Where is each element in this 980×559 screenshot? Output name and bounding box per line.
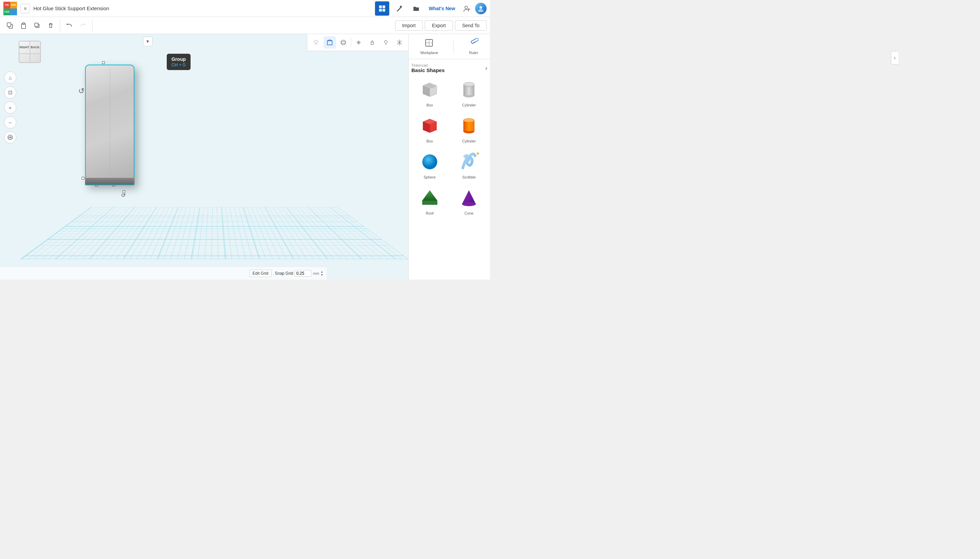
undo-button[interactable] <box>63 19 76 32</box>
handle-bottom-left[interactable] <box>82 177 85 180</box>
tooltip-shortcut: Ctrl + G <box>171 63 186 67</box>
toolbar-right: Import Export Send To <box>395 20 487 31</box>
orbit-button[interactable] <box>337 36 350 49</box>
import-button[interactable]: Import <box>395 20 423 31</box>
grid-surface <box>20 207 408 259</box>
delete-button[interactable] <box>44 19 57 32</box>
logo-bl: CAD <box>3 8 10 15</box>
shape-item-scribble[interactable]: ★ Scribble <box>451 148 488 181</box>
shape-item-sphere-blue[interactable]: Sphere <box>411 148 448 181</box>
zoom-in-button[interactable]: + <box>4 101 17 114</box>
history-group <box>63 19 93 32</box>
shape-mode-button[interactable] <box>323 36 336 49</box>
model-base <box>85 178 134 185</box>
snap-unit-label: mm <box>313 271 319 275</box>
logo-br <box>10 8 17 15</box>
workplane-icon <box>425 38 434 50</box>
shape-icon-cone-purple <box>457 186 481 210</box>
main-content: RIGHT BACK ⌂ ⊡ + − ↺ ↑▲ <box>0 34 490 280</box>
cube-label-bl <box>19 54 30 63</box>
shape-item-cylinder-gray[interactable]: Cylinder <box>451 76 488 109</box>
show-light-button[interactable] <box>380 36 392 49</box>
ruler-button[interactable]: Ruler <box>466 37 481 56</box>
add-user-button[interactable] <box>461 3 472 14</box>
shape-icon-sphere-blue <box>418 150 442 174</box>
svg-rect-8 <box>7 23 11 26</box>
shape-label-cone-purple: Cone <box>464 211 473 215</box>
tooltip-title: Group <box>171 56 186 62</box>
tinkercad-logo[interactable]: TIN KER CAD <box>3 2 17 15</box>
shape-item-cone-purple[interactable]: Cone <box>451 184 488 217</box>
svg-point-6 <box>479 6 482 9</box>
folder-button[interactable] <box>409 2 423 16</box>
duplicate-button[interactable] <box>31 19 43 32</box>
svg-point-4 <box>400 6 402 8</box>
svg-rect-21 <box>471 38 478 44</box>
library-expand-button[interactable]: › <box>485 64 487 72</box>
library-header: Tinkercad Basic Shapes › <box>411 62 487 76</box>
bottom-bar: Edit Grid Snap Grid mm ▲ ▼ <box>0 267 327 280</box>
cube-face: RIGHT BACK <box>19 41 41 63</box>
paste-button[interactable] <box>17 19 30 32</box>
star-badge: ★ <box>476 150 480 156</box>
handle-top-center[interactable] <box>102 61 105 64</box>
snap-value-stepper[interactable]: ▲ ▼ <box>320 271 323 276</box>
shape-tools-group <box>3 19 60 32</box>
workplane-label: Workplane <box>420 51 438 55</box>
user-avatar[interactable] <box>475 3 487 14</box>
send-to-button[interactable]: Send To <box>455 20 487 31</box>
shape-item-cylinder-orange[interactable]: Cylinder <box>451 112 488 145</box>
workplane-button[interactable]: Workplane <box>418 37 441 56</box>
tinker-button[interactable] <box>392 2 406 16</box>
view-cube[interactable]: RIGHT BACK <box>19 41 43 64</box>
svg-point-5 <box>465 6 468 9</box>
edit-grid-button[interactable]: Edit Grid <box>249 270 272 277</box>
light-button[interactable] <box>310 36 322 49</box>
mirror-button[interactable] <box>393 36 406 49</box>
redo-button[interactable] <box>76 19 90 32</box>
shape-label-scribble: Scribble <box>462 175 476 179</box>
panel-divider <box>453 40 454 53</box>
home-view-button[interactable]: ⌂ <box>4 71 17 84</box>
viewport-dropdown[interactable]: ▼ <box>143 37 153 46</box>
3d-view-button[interactable] <box>375 2 389 16</box>
cube-label-back: BACK <box>30 41 41 54</box>
shape-item-roof-green[interactable]: Roof <box>411 184 448 217</box>
cube-label-br <box>30 54 41 63</box>
3d-model: ↺ <box>78 61 146 204</box>
svg-point-28 <box>422 154 437 169</box>
nav-list-icon[interactable]: ≡ <box>20 4 30 13</box>
logo-tr: KER <box>10 2 17 8</box>
whats-new-button[interactable]: What's New <box>426 5 458 13</box>
tinker-icon <box>395 5 403 12</box>
fit-view-button[interactable]: ⊡ <box>4 86 17 99</box>
svg-rect-18 <box>371 42 374 45</box>
view-toolbar-divider <box>351 37 351 48</box>
model-body <box>85 64 134 185</box>
shapes-grid: Box <box>411 76 487 217</box>
svg-point-27 <box>463 118 474 122</box>
zoom-out-button[interactable]: − <box>4 116 17 129</box>
shape-label-box-gray: Box <box>426 103 433 107</box>
svg-point-16 <box>341 41 346 43</box>
folder-icon <box>413 5 420 12</box>
group-tooltip: Group Ctrl + G <box>167 54 191 70</box>
viewport-controls: ⌂ ⊡ + − <box>4 71 17 144</box>
shape-item-box-gray[interactable]: Box <box>411 76 448 109</box>
avatar-icon <box>477 5 485 13</box>
shape-item-box-red[interactable]: Box <box>411 112 448 145</box>
lock-button[interactable] <box>366 36 378 49</box>
perspective-button[interactable] <box>4 131 17 144</box>
align-button[interactable] <box>353 36 365 49</box>
snap-grid-input[interactable] <box>295 270 312 277</box>
model-center-line <box>110 69 110 181</box>
library-source: Tinkercad <box>411 63 445 67</box>
rotate-arc-handle[interactable]: ↺ <box>120 192 126 199</box>
grid-icon <box>378 5 386 12</box>
svg-rect-3 <box>383 9 385 12</box>
top-navigation: TIN KER CAD ≡ Hot Glue Stick Support Ext… <box>0 0 490 17</box>
copy-button[interactable] <box>3 19 17 32</box>
3d-viewport[interactable]: RIGHT BACK ⌂ ⊡ + − ↺ ↑▲ <box>0 34 408 280</box>
export-button[interactable]: Export <box>425 20 453 31</box>
perspective-icon <box>7 134 13 141</box>
